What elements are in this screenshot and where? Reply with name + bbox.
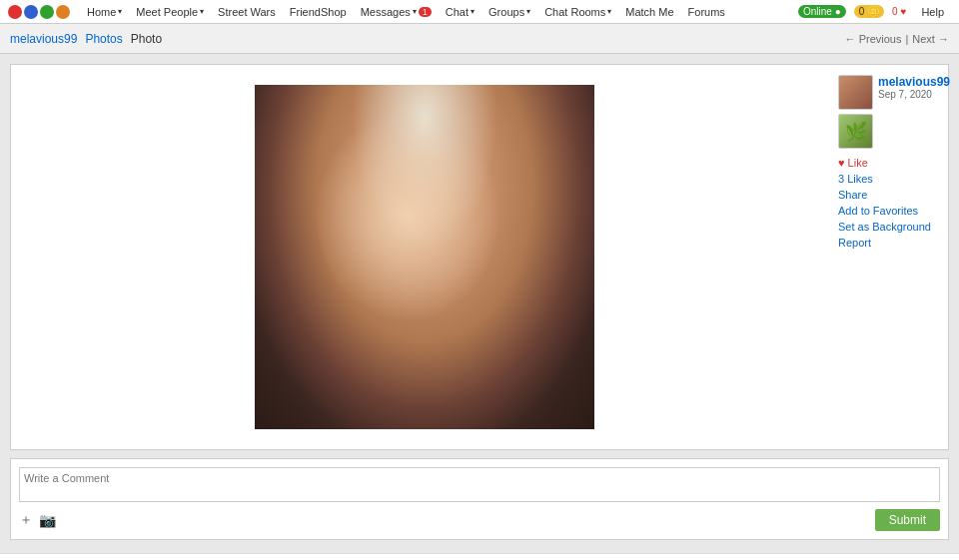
logo-red-circle: [8, 5, 22, 19]
photo-simulation: [255, 85, 594, 429]
nav-item-groups[interactable]: Groups ▾: [481, 0, 537, 24]
user-header: melavious99 Sep 7, 2020: [838, 75, 938, 110]
next-button[interactable]: Next →: [912, 33, 949, 45]
arrow-separator: |: [905, 33, 908, 45]
photo-container: [21, 75, 828, 439]
photo-sidebar: melavious99 Sep 7, 2020 🌿 ♥ Like 3 Likes…: [838, 75, 938, 439]
likes-count[interactable]: 3 Likes: [838, 173, 938, 185]
share-button[interactable]: Share: [838, 189, 938, 201]
nav-item-chat-rooms[interactable]: Chat Rooms ▾: [537, 0, 618, 24]
nav-item-match-me[interactable]: Match Me: [618, 0, 680, 24]
messages-arrow: ▾: [413, 7, 417, 16]
footer: Mobile Site Chat Rooms Meet People Help …: [0, 553, 959, 560]
nav-item-forums[interactable]: Forums: [681, 0, 732, 24]
main-content: melavious99 Sep 7, 2020 🌿 ♥ Like 3 Likes…: [0, 54, 959, 553]
nav-item-messages[interactable]: Messages ▾ 1: [354, 0, 439, 24]
logo-green-circle: [40, 5, 54, 19]
logo: [8, 5, 70, 19]
comment-section: ＋ 📷 Submit: [10, 458, 949, 540]
report-button[interactable]: Report: [838, 237, 938, 249]
content-wrapper: melavious99 Sep 7, 2020 🌿 ♥ Like 3 Likes…: [10, 64, 949, 450]
nav-help[interactable]: Help: [914, 0, 951, 24]
nav-items: Home ▾ Meet People ▾ Street Wars FriendS…: [80, 0, 798, 24]
comment-textarea[interactable]: [19, 467, 940, 502]
logo-orange-circle: [56, 5, 70, 19]
breadcrumb-bar: melavious99 Photos Photo ← Previous | Ne…: [0, 24, 959, 54]
set-background-button[interactable]: Set as Background: [838, 221, 938, 233]
groups-arrow: ▾: [526, 7, 530, 16]
username[interactable]: melavious99: [878, 75, 950, 89]
submit-button[interactable]: Submit: [875, 509, 940, 531]
messages-badge: 1: [419, 7, 432, 17]
online-badge: Online ●: [798, 5, 846, 18]
chat-rooms-arrow: ▾: [607, 7, 611, 16]
photo-area: [21, 75, 828, 439]
add-favorites-button[interactable]: Add to Favorites: [838, 205, 938, 217]
nav-item-chat[interactable]: Chat ▾: [439, 0, 481, 24]
pagination-arrows: ← Previous | Next →: [845, 33, 949, 45]
main-photo: [255, 85, 594, 429]
comment-icons: ＋ 📷: [19, 511, 56, 529]
avatar: [838, 75, 873, 110]
user-text: melavious99 Sep 7, 2020: [878, 75, 950, 100]
action-links: ♥ Like 3 Likes Share Add to Favorites Se…: [838, 157, 938, 249]
home-arrow: ▾: [118, 7, 122, 16]
meet-people-arrow: ▾: [200, 7, 204, 16]
nav-right: Online ● 0 🪙 0 ♥ Help: [798, 0, 951, 24]
nav-item-street-wars[interactable]: Street Wars: [211, 0, 283, 24]
top-navigation: Home ▾ Meet People ▾ Street Wars FriendS…: [0, 0, 959, 24]
breadcrumb: melavious99 Photos Photo: [10, 32, 162, 46]
add-icon[interactable]: ＋: [19, 511, 33, 529]
logo-blue-circle: [24, 5, 38, 19]
photo-thumbnail: 🌿: [838, 114, 873, 149]
breadcrumb-photo: Photo: [131, 32, 162, 46]
breadcrumb-username[interactable]: melavious99: [10, 32, 77, 46]
nav-item-meet-people[interactable]: Meet People ▾: [129, 0, 211, 24]
hearts-badge: 0 ♥: [892, 6, 906, 17]
breadcrumb-photos[interactable]: Photos: [85, 32, 122, 46]
coins-badge: 0 🪙: [854, 5, 884, 18]
comment-actions: ＋ 📷 Submit: [19, 509, 940, 531]
camera-icon[interactable]: 📷: [39, 512, 56, 528]
user-info: melavious99 Sep 7, 2020 🌿: [838, 75, 938, 149]
prev-button[interactable]: ← Previous: [845, 33, 902, 45]
chat-arrow: ▾: [471, 7, 475, 16]
photo-date: Sep 7, 2020: [878, 89, 950, 100]
nav-item-friendshop[interactable]: FriendShop: [283, 0, 354, 24]
nav-item-home[interactable]: Home ▾: [80, 0, 129, 24]
like-button[interactable]: ♥ Like: [838, 157, 938, 169]
